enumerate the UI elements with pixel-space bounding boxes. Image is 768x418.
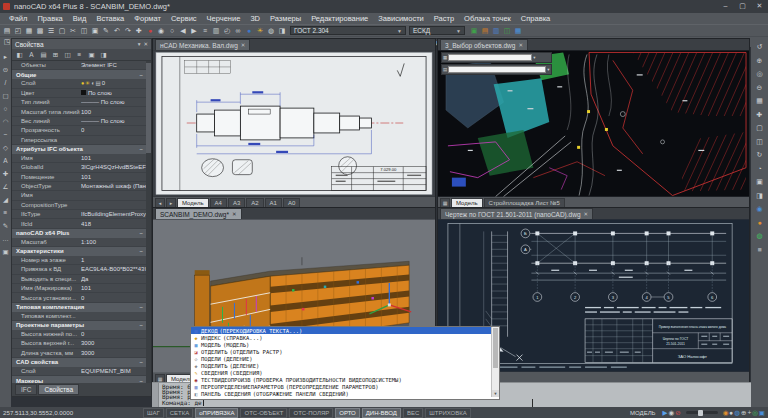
- property-value[interactable]: 3000: [81, 340, 151, 346]
- selection-cycling-icon[interactable]: ◉: [669, 409, 675, 417]
- plugin-icon-3[interactable]: ▥: [491, 26, 501, 36]
- property-section-header[interactable]: nanoCAD x64 Plus−: [12, 229, 151, 238]
- map-drawing-area[interactable]: ▦▾ ▤▾: [438, 50, 749, 197]
- minimize-button[interactable]: –: [717, 0, 734, 13]
- property-section-header[interactable]: Типовая комплектация−: [12, 303, 151, 312]
- link-icon[interactable]: ∞: [233, 26, 243, 36]
- property-section-header[interactable]: CAD свойства−: [12, 358, 151, 367]
- annotation-off-icon[interactable]: ⊘: [675, 409, 680, 417]
- property-value[interactable]: Да: [81, 276, 151, 282]
- bim-doc-tab[interactable]: SCANBIM_DEMO.dwg* ✕: [155, 208, 242, 219]
- select-icon[interactable]: ▸: [1, 52, 10, 61]
- menu-item[interactable]: Файл: [4, 14, 32, 23]
- status-toggle-отс-поляр[interactable]: ОТС-ПОЛЯР: [289, 408, 333, 418]
- add-view-icon[interactable]: ⊕: [741, 409, 746, 417]
- menu-item[interactable]: Правка: [32, 14, 67, 23]
- property-value[interactable]: Монтажный шкаф (Панель 19"): [81, 183, 151, 189]
- menu-item[interactable]: Редактирование: [306, 14, 373, 23]
- collapse-icon[interactable]: −: [139, 304, 143, 310]
- cursor-mode-icon[interactable]: ▶: [663, 409, 668, 417]
- text-props-icon[interactable]: A: [27, 50, 36, 59]
- command-prompt[interactable]: Команда: де: [162, 399, 202, 406]
- property-value[interactable]: ——— По слою: [81, 118, 151, 124]
- status-ok-icon[interactable]: ◎: [752, 409, 758, 417]
- sheet-tab[interactable]: А1: [265, 198, 282, 208]
- viewport-icon[interactable]: ▢: [754, 123, 765, 133]
- settings-icon[interactable]: ≡: [75, 50, 84, 59]
- render-sphere-icon[interactable]: ●: [244, 26, 254, 36]
- block-props-icon[interactable]: ▣: [87, 50, 96, 59]
- collapse-icon[interactable]: −: [139, 230, 143, 236]
- menu-item[interactable]: Справка: [516, 14, 555, 23]
- dot-icon[interactable]: ●: [729, 409, 733, 416]
- close-icon[interactable]: ✕: [518, 42, 523, 48]
- property-value[interactable]: 3000: [81, 350, 151, 356]
- collapse-icon[interactable]: −: [139, 146, 143, 152]
- autocomplete-item[interactable]: ▥ПЕРЕОПРЕДЕЛЕНИЕПАРАМЕТРОВ (ПЕРЕОПРЕДЕЛЕ…: [191, 383, 493, 390]
- autocomplete-item[interactable]: ◪ОТДЕЛИТЬ (ОТДЕЛИТЬ РАСТР): [191, 348, 493, 355]
- autosave-icon[interactable]: ◉: [723, 409, 729, 417]
- redo-icon[interactable]: ↷: [123, 26, 133, 36]
- gray-square-icon[interactable]: ■: [754, 245, 765, 255]
- edit-icon[interactable]: ✎: [1, 221, 10, 230]
- cut-icon[interactable]: ✂: [68, 26, 78, 36]
- panel-close-icon[interactable]: ✕: [143, 41, 148, 47]
- zoom-window-icon[interactable]: ◎: [754, 69, 765, 79]
- solid-icon[interactable]: ◢: [1, 195, 10, 204]
- plugin-icon-1[interactable]: ▣: [469, 26, 479, 36]
- copy-props-icon[interactable]: ◫: [63, 50, 72, 59]
- dropdown-scrollbar[interactable]: ▼: [491, 327, 499, 397]
- property-value[interactable]: 100: [81, 109, 151, 115]
- property-value[interactable]: Элемент IFC: [81, 62, 151, 68]
- regen-icon[interactable]: ↻: [754, 150, 765, 160]
- menu-item[interactable]: Вставка: [91, 14, 129, 23]
- arc-icon[interactable]: ◠: [1, 117, 10, 126]
- menu-item[interactable]: Растр: [429, 14, 459, 23]
- sheet-tab[interactable]: Модель: [177, 198, 209, 208]
- options-icon[interactable]: ◨: [277, 26, 287, 36]
- view-next-icon[interactable]: ▶: [189, 26, 199, 36]
- menu-item[interactable]: Сервис: [166, 14, 202, 23]
- property-value[interactable]: IfcBuildingElementProxy: [81, 211, 151, 217]
- property-value[interactable]: 418: [81, 221, 151, 227]
- menu-item[interactable]: Черчение: [202, 14, 246, 23]
- sheet-prev-icon[interactable]: ◂: [155, 198, 165, 208]
- collapse-icon[interactable]: −: [139, 248, 143, 254]
- sheet-tab[interactable]: Стройплощадка Лист №5: [484, 198, 565, 208]
- menu-item[interactable]: 3D: [245, 14, 265, 23]
- sheet-tab[interactable]: А4: [210, 198, 227, 208]
- status-toggle-дин-ввод[interactable]: ДИН-ВВОД: [362, 408, 401, 418]
- zoom-in-tool-icon[interactable]: ⊕: [754, 56, 765, 66]
- mech-doc-tab[interactable]: нCAD Механика. Вал.dwg ✕: [155, 39, 250, 50]
- plugin-icon-5[interactable]: ▦: [513, 26, 523, 36]
- property-value[interactable]: 0: [81, 127, 151, 133]
- panel-pin-icon[interactable]: ▾: [138, 41, 141, 47]
- status-toggle-вес[interactable]: ВЕС: [403, 408, 423, 418]
- workspace-icon[interactable]: ▣: [759, 409, 765, 417]
- property-value[interactable]: 0: [81, 295, 151, 301]
- property-section-header[interactable]: Маркеры−: [12, 376, 151, 383]
- model-space-button[interactable]: МОДЕЛЬ: [630, 410, 655, 416]
- autocomplete-item[interactable]: ◆ИНДЕКС (СПРАВКА...): [191, 334, 493, 341]
- close-icon[interactable]: ✕: [232, 211, 237, 217]
- circle-icon[interactable]: ○: [1, 104, 10, 113]
- maximize-button[interactable]: ▢: [734, 0, 751, 13]
- history-icon[interactable]: ◔: [754, 164, 765, 174]
- autocomplete-item[interactable]: ▦МОДЕЛЬ (МОДЕЛЬ): [191, 341, 493, 348]
- angle-icon[interactable]: ∠: [1, 182, 10, 191]
- ui-scale-slider[interactable]: [686, 411, 718, 414]
- sphere-green-icon[interactable]: ◍: [754, 231, 765, 241]
- property-value[interactable]: 3lCgrH4SQzHvdBSteEFla7vq: [81, 164, 151, 170]
- pan-icon[interactable]: ✚: [134, 26, 144, 36]
- erase-icon[interactable]: ●: [145, 26, 155, 36]
- properties-scrollbar[interactable]: [146, 61, 151, 383]
- property-value[interactable]: 0: [81, 331, 151, 337]
- polygon-icon[interactable]: ◇: [1, 143, 10, 152]
- sheet-tab[interactable]: А2: [246, 198, 263, 208]
- status-toggle-шаг[interactable]: ШАГ: [143, 408, 164, 418]
- workspace-sphere-icon[interactable]: ◍: [734, 409, 740, 417]
- line-icon[interactable]: /: [1, 78, 10, 87]
- spline-icon[interactable]: ~: [1, 130, 10, 139]
- close-icon[interactable]: ✕: [584, 211, 589, 217]
- zoom-out-tool-icon[interactable]: ⊖: [754, 83, 765, 93]
